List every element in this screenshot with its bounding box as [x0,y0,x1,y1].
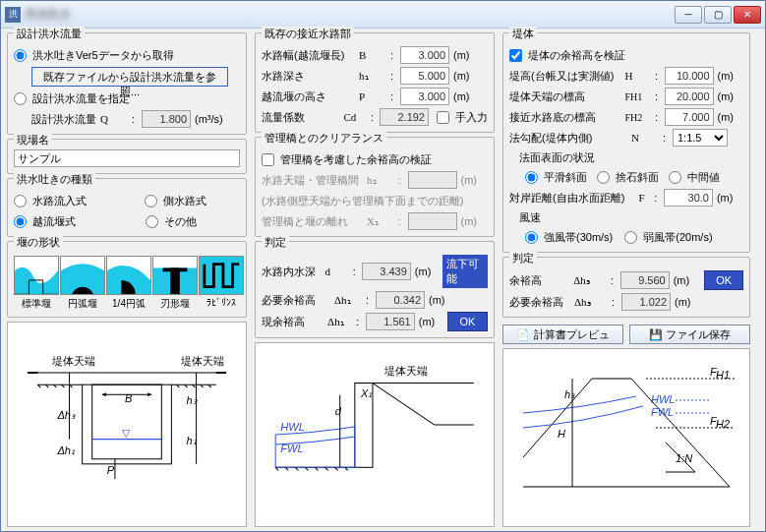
type-opt1[interactable] [14,195,27,207]
surface-opt2-label: 捨石斜面 [616,170,659,185]
type-opt4[interactable] [146,215,158,228]
dam-verify-check[interactable] [509,49,522,62]
shape-title: 堰の形状 [14,235,63,250]
q-input[interactable] [142,110,191,128]
shape-item[interactable]: 円弧堰 [60,256,105,311]
maximize-button[interactable]: ▢ [704,6,732,24]
judge3-group: 判定 余裕高Δh₃:(m)OK 必要余裕高Δh₃:(m) [502,257,750,318]
dh1a-unit: (m) [429,294,456,306]
fh2-sym: FH2 [624,112,650,123]
document-icon: 📄 [516,328,530,340]
svg-text:FWL: FWL [280,443,303,454]
dh3a-label: 余裕高 [509,273,569,288]
f-sym: F [639,192,651,204]
preview-button[interactable]: 📄 計算書プレビュー... [502,325,623,344]
x1-sym: X₁ [367,215,394,228]
d-sym: d [324,266,348,277]
d-input [362,263,411,280]
wind-opt2[interactable] [624,231,637,244]
dh1b-unit: (m) [419,316,443,327]
dam-verify-label: 堤体の余裕高を検証 [528,48,625,63]
judge2-ok-button[interactable]: OK [447,312,488,331]
site-name-input[interactable] [14,149,240,167]
f-label: 対岸距離(自由水面距離) [509,191,635,206]
p-label: 越流堰の高さ [262,89,355,104]
svg-text:H: H [558,428,565,440]
dh3a-sym: Δh₃ [573,274,607,287]
svg-rect-5 [170,267,180,294]
shape-item[interactable]: ﾗﾋﾞﾘﾝｽ [199,256,244,311]
cd-input[interactable] [380,108,429,126]
f-unit: (m) [717,192,743,204]
dh3b-sym: Δh₃ [574,296,608,309]
opt-specify[interactable] [14,92,27,105]
type-opt4-label: その他 [164,214,197,229]
type-opt3-label: 越流堰式 [32,214,76,229]
svg-text:X₁: X₁ [360,387,372,399]
save-icon: 💾 [649,328,663,340]
p-input[interactable] [400,88,449,105]
svg-text:Δh₁: Δh₁ [56,444,75,456]
svg-line-39 [631,379,730,487]
b-sym: B [359,49,386,61]
d-unit: (m) [415,266,439,277]
d-label: 水路内水深 [262,265,321,279]
diagram-2: 堤体天端 HWL FWL X₁ d [255,342,495,527]
cd-manual-check[interactable] [437,111,449,124]
site-name-title: 現場名 [14,133,52,148]
svg-line-40 [523,379,592,457]
cd-sym: Cd [344,111,367,123]
svg-text:▽: ▽ [122,427,131,439]
titlebar: 洪 洪水吐き ─ ▢ ✕ [1,1,765,29]
judge3-title: 判定 [509,251,537,266]
clearance-group: 管理橋とのクリアランス 管理橋を考慮した余裕高の検証 水路天端・管理橋間h₂:(… [255,137,495,237]
fh2-unit: (m) [718,111,743,123]
type-opt1-label: 水路流入式 [32,194,87,208]
fh2-input[interactable] [665,108,714,126]
diagram-1: 堤体天端 堤体天端 ▽ B Δh₃ Δh₁ h₃ h₁ [7,322,247,527]
svg-text:h₃: h₃ [564,388,575,400]
opt-from-ver5[interactable] [14,49,27,62]
surface-opt2[interactable] [597,171,610,184]
type-opt3[interactable] [14,215,27,228]
surface-opt3[interactable] [669,171,681,184]
clearance-check[interactable] [262,153,274,166]
f-input[interactable] [664,189,713,207]
channel-title: 既存の接近水路部 [262,27,354,41]
ref-file-button[interactable]: 既存ファイルから設計洪水流量を参照... [31,67,228,87]
fh2-label: 接近水路底の標高 [509,110,620,125]
b-input[interactable] [400,46,449,64]
n-select[interactable]: 1:1.5 [673,129,728,147]
wind-title: 風速 [519,210,743,225]
close-button[interactable]: ✕ [734,6,761,24]
wind-opt1[interactable] [525,231,538,244]
h1-input[interactable] [400,67,449,85]
type-opt2[interactable] [145,195,157,207]
shape-item[interactable]: 1/4円弧 [106,256,151,311]
minimize-button[interactable]: ─ [675,6,702,24]
svg-text:HWL: HWL [280,421,305,433]
window-title: 洪水吐き [25,6,675,23]
q-unit: (m³/s) [195,113,222,125]
svg-text:h₃: h₃ [187,394,198,406]
surface-opt1[interactable] [525,171,538,184]
dh1b-label: 現余裕高 [262,315,324,329]
save-label: ファイル保存 [666,328,731,340]
svg-text:Δh₃: Δh₃ [56,409,76,421]
site-name-group: 現場名 [7,139,247,174]
judge3-ok-button[interactable]: OK [704,270,743,290]
shape-group: 堰の形状 標準堰 円弧堰 1/4円弧 刃形堰 ﾗﾋﾞﾘﾝｽ [7,241,247,318]
save-button[interactable]: 💾 ファイル保存 [629,325,750,344]
dh1a-sym: Δh₁ [334,294,362,307]
x1-label: 管理橋と堰の離れ [262,214,363,229]
clearance-note: (水路側壁天端から管理橋下面までの距離) [262,194,463,208]
svg-line-34 [373,384,435,425]
h-input[interactable] [665,67,714,85]
fh1-input[interactable] [665,88,714,105]
dh3b-input [621,293,671,311]
shape-item[interactable]: 刃形堰 [152,256,198,311]
shape-label: 1/4円弧 [106,297,151,311]
h-unit: (m) [718,70,743,82]
shape-item[interactable]: 標準堰 [14,256,59,311]
fh1-label: 堤体天端の標高 [509,89,620,104]
